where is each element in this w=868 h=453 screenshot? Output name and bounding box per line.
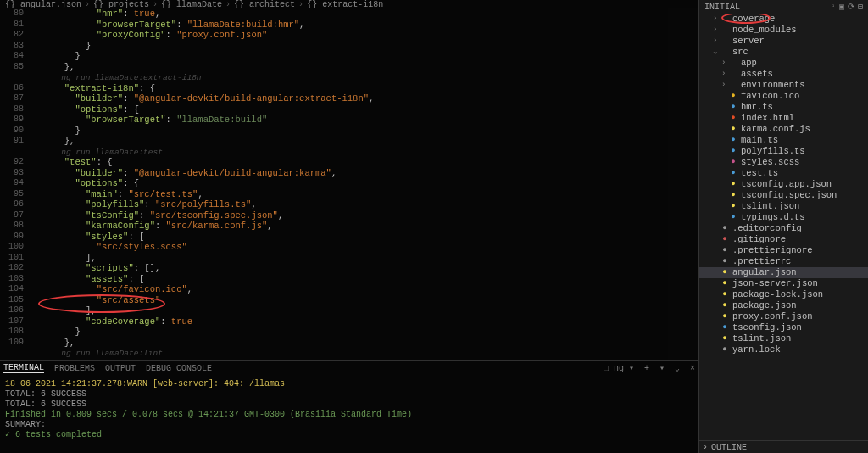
file-label: coverage: [732, 14, 775, 25]
code-line[interactable]: },: [32, 62, 698, 73]
file-tree-item[interactable]: ●index.html: [699, 113, 868, 124]
file-tree-item[interactable]: ●.gitignore: [699, 234, 868, 245]
file-tree-item[interactable]: ●karma.conf.js: [699, 124, 868, 135]
minimap[interactable]: [668, 8, 698, 360]
file-tree-item[interactable]: ●package.json: [699, 300, 868, 311]
code-line[interactable]: "test": {: [32, 157, 698, 168]
panel-close-button[interactable]: ×: [690, 364, 695, 373]
code-line[interactable]: "options": {: [32, 104, 698, 115]
file-tree-item[interactable]: ⌄src: [699, 47, 868, 58]
code-line[interactable]: "proxyConfig": "proxy.conf.json": [32, 30, 698, 41]
file-tree-item[interactable]: ●hmr.ts: [699, 102, 868, 113]
file-tree-item[interactable]: ●tsconfig.spec.json: [699, 190, 868, 201]
breadcrumb-item[interactable]: {} extract-i18n: [307, 0, 383, 9]
code-line[interactable]: ng run llamaDate:extract-i18n: [32, 72, 698, 83]
code-line[interactable]: "tsConfig": "src/tsconfig.spec.json",: [32, 210, 698, 221]
file-tree-item[interactable]: ●polyfills.ts: [699, 146, 868, 157]
outline-section[interactable]: › OUTLINE: [699, 440, 868, 453]
code-line[interactable]: "options": {: [32, 178, 698, 189]
split-terminal-button[interactable]: ▾: [659, 363, 665, 373]
code-line[interactable]: "browserTarget": "llamaDate:build:hmr",: [32, 20, 698, 31]
file-tree-item[interactable]: ›server: [699, 36, 868, 47]
code-line[interactable]: }: [32, 41, 698, 52]
file-tree-item[interactable]: ●.prettierrc: [699, 256, 868, 267]
breadcrumb-item[interactable]: {} angular.json: [5, 0, 81, 9]
file-tree-item[interactable]: ›assets: [699, 69, 868, 80]
code-line[interactable]: "assets": [: [32, 274, 698, 285]
code-content[interactable]: "hmr": true, "browserTarget": "llamaDate…: [32, 8, 698, 360]
code-line[interactable]: "polyfills": "src/polyfills.ts",: [32, 199, 698, 210]
panel-collapse-button[interactable]: ⌄: [675, 363, 680, 373]
file-tree-item[interactable]: ›environments: [699, 80, 868, 91]
code-line[interactable]: ],: [32, 305, 698, 316]
panel-tab-output[interactable]: OUTPUT: [105, 364, 136, 373]
explorer-header[interactable]: INITIAL ▫ ▣ ⟳ ⊟: [699, 0, 868, 14]
panel-tab-terminal[interactable]: TERMINAL: [3, 363, 44, 373]
code-line[interactable]: "builder": "@angular-devkit/build-angula…: [32, 93, 698, 104]
refresh-icon[interactable]: ⟳: [848, 2, 854, 12]
code-line[interactable]: }: [32, 51, 698, 62]
file-tree-item[interactable]: ●tsconfig.json: [699, 322, 868, 333]
file-tree-item[interactable]: ●styles.scss: [699, 157, 868, 168]
breadcrumb-item[interactable]: {} architect: [234, 0, 295, 9]
file-icon: ●: [720, 289, 730, 300]
file-tree-item[interactable]: ›node_modules: [699, 25, 868, 36]
file-tree-item[interactable]: ●package-lock.json: [699, 289, 868, 300]
code-line[interactable]: }: [32, 126, 698, 137]
code-line[interactable]: ng run llamaDate:lint: [32, 348, 698, 359]
file-tree-item[interactable]: ●.prettierignore: [699, 245, 868, 256]
new-folder-icon[interactable]: ▣: [839, 2, 844, 12]
terminal-output[interactable]: 18 06 2021 14:21:37.278:WARN [web-server…: [0, 376, 698, 453]
chevron-right-icon: ›: [703, 443, 708, 452]
code-line[interactable]: "styles": [: [32, 232, 698, 243]
code-line[interactable]: "browserTarget": "llamaDate:build": [32, 115, 698, 126]
breadcrumb[interactable]: {} angular.json›{} projects›{} llamaDate…: [0, 0, 698, 8]
file-tree-item[interactable]: ●tslint.json: [699, 201, 868, 212]
code-line[interactable]: },: [32, 338, 698, 349]
file-tree-item[interactable]: ●tsconfig.app.json: [699, 179, 868, 190]
code-editor[interactable]: 8081828384858687888990919293949596979899…: [0, 8, 698, 360]
code-line[interactable]: "karmaConfig": "src/karma.conf.js",: [32, 221, 698, 232]
code-line[interactable]: "builder": "@angular-devkit/build-angula…: [32, 168, 698, 179]
file-tree-item[interactable]: ●test.ts: [699, 168, 868, 179]
file-tree-item[interactable]: ●tslint.json: [699, 333, 868, 344]
file-label: tslint.json: [741, 201, 799, 212]
terminal-picker[interactable]: □ ng ▾: [604, 363, 634, 373]
outline-label: OUTLINE: [711, 443, 747, 452]
file-label: test.ts: [741, 168, 778, 179]
code-line[interactable]: "main": "src/test.ts",: [32, 189, 698, 200]
code-line[interactable]: ng run llamaDate:test: [32, 147, 698, 158]
breadcrumb-item[interactable]: {} llamaDate: [161, 0, 222, 9]
file-tree-item[interactable]: ●yarn.lock: [699, 344, 868, 355]
file-label: node_modules: [732, 25, 797, 36]
new-terminal-button[interactable]: +: [644, 364, 649, 373]
code-line[interactable]: "scripts": [],: [32, 263, 698, 274]
code-line[interactable]: "src/styles.scss": [32, 242, 698, 253]
file-tree-item[interactable]: ›coverage: [699, 14, 868, 25]
code-line[interactable]: "codeCoverage": true: [32, 316, 698, 327]
file-tree-item[interactable]: ●favicon.ico: [699, 91, 868, 102]
new-file-icon[interactable]: ▫: [831, 2, 836, 12]
panel-tab-problems[interactable]: PROBLEMS: [54, 364, 95, 373]
collapse-icon[interactable]: ⊟: [858, 2, 863, 12]
breadcrumb-item[interactable]: {} projects: [93, 0, 149, 9]
code-line[interactable]: "src/assets": [32, 295, 698, 306]
file-tree-item[interactable]: ●main.ts: [699, 135, 868, 146]
file-tree-item[interactable]: ●angular.json: [699, 267, 868, 278]
file-tree[interactable]: ›coverage›node_modules›server⌄src›app›as…: [699, 14, 868, 440]
code-line[interactable]: },: [32, 136, 698, 147]
file-tree-item[interactable]: ●proxy.conf.json: [699, 311, 868, 322]
code-line[interactable]: "hmr": true,: [32, 8, 698, 20]
code-line[interactable]: }: [32, 327, 698, 338]
panel-tab-debug-console[interactable]: DEBUG CONSOLE: [146, 364, 212, 373]
file-tree-item[interactable]: ●.editorconfig: [699, 223, 868, 234]
code-line[interactable]: ],: [32, 253, 698, 264]
code-line[interactable]: "src/favicon.ico",: [32, 284, 698, 295]
file-label: assets: [741, 69, 773, 80]
file-tree-item[interactable]: ●typings.d.ts: [699, 212, 868, 223]
file-tree-item[interactable]: ●json-server.json: [699, 278, 868, 289]
chevron-icon: ›: [721, 58, 728, 69]
code-line[interactable]: "extract-i18n": {: [32, 83, 698, 94]
file-label: app: [741, 58, 757, 69]
file-tree-item[interactable]: ›app: [699, 58, 868, 69]
